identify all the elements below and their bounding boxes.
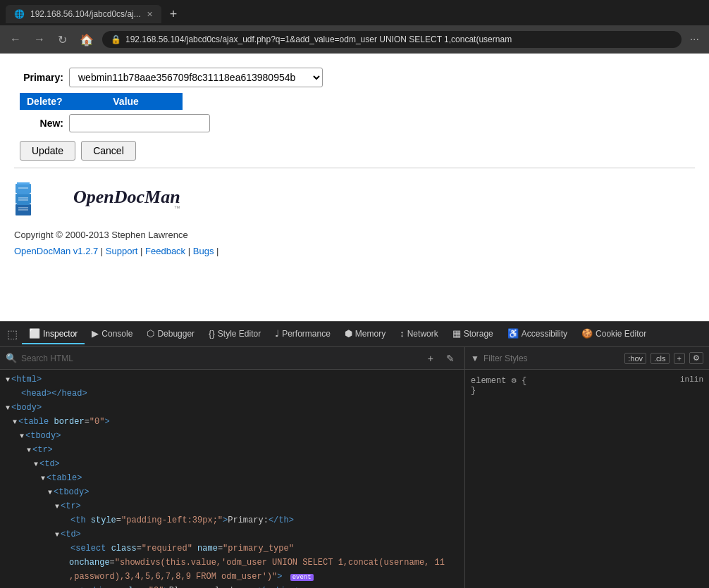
tab-network[interactable]: ↕ Network: [393, 324, 445, 344]
network-tab-label: Network: [407, 329, 438, 339]
copyright-text: Copyright © 2000-2013 Stephen Lawrence: [14, 230, 695, 240]
pick-node-button[interactable]: ✎: [442, 351, 459, 365]
form-buttons: Update Cancel: [20, 141, 695, 161]
styles-toolbar: ▼ :hov .cls + ⚙: [465, 347, 709, 370]
reload-button[interactable]: ↻: [54, 32, 71, 48]
performance-tab-label: Performance: [282, 329, 331, 339]
primary-select[interactable]: webmin11b78aae356709f8c31118ea613980954b: [69, 68, 323, 87]
devtools-pick-element-button[interactable]: ⬚: [3, 326, 22, 342]
url-display: 192.168.56.104/jabcd0cs/ajax_udf.php?q=1…: [125, 35, 673, 44]
more-options-button[interactable]: ···: [686, 32, 703, 47]
debugger-tab-icon: ⬡: [147, 328, 154, 339]
html-line: <tr>: [6, 499, 459, 513]
html-toolbar: 🔍 + ✎: [0, 347, 464, 370]
cancel-button[interactable]: Cancel: [81, 141, 136, 161]
html-panel: 🔍 + ✎ <html> <head></head> <body>: [0, 347, 465, 588]
link-feedback[interactable]: Feedback: [145, 246, 185, 256]
styles-panel: ▼ :hov .cls + ⚙ element ⚙ { inlin }: [465, 347, 709, 588]
devtools-tab-bar: ⬚ ⬜ Inspector ▶ Console ⬡ Debugger {} St…: [0, 322, 709, 347]
tab-bar: 🌐 192.168.56.104/jabcd0cs/aj... ✕ +: [0, 0, 709, 25]
new-row: New:: [14, 114, 695, 132]
tab-favicon: 🌐: [14, 9, 25, 19]
performance-tab-icon: ♩: [275, 328, 279, 339]
forward-button[interactable]: →: [30, 32, 49, 47]
triangle-html[interactable]: [6, 376, 10, 384]
svg-rect-5: [17, 182, 30, 184]
html-line: <tbody>: [6, 485, 459, 499]
tab-cookie-editor[interactable]: 🍪 Cookie Editor: [574, 324, 653, 344]
devtools-panel: ⬚ ⬜ Inspector ▶ Console ⬡ Debugger {} St…: [0, 321, 709, 588]
html-line: <td>: [6, 457, 459, 471]
memory-tab-label: Memory: [355, 329, 386, 339]
tab-console[interactable]: ▶ Console: [85, 324, 140, 344]
html-line: <head></head>: [6, 387, 459, 401]
settings-icon-button[interactable]: ⚙: [689, 352, 703, 364]
triangle-table[interactable]: [13, 418, 17, 426]
network-tab-icon: ↕: [400, 328, 405, 339]
home-button[interactable]: 🏠: [75, 32, 98, 48]
storage-tab-label: Storage: [464, 329, 493, 339]
inspector-tab-icon: ⬜: [29, 328, 40, 339]
element-rule: element ⚙ { inlin: [471, 375, 703, 386]
browser-window: 🌐 192.168.56.104/jabcd0cs/aj... ✕ + ← → …: [0, 0, 709, 588]
tab-style-editor[interactable]: {} Style Editor: [202, 324, 268, 344]
style-editor-tab-icon: {}: [209, 328, 215, 339]
new-label: New:: [14, 118, 63, 129]
html-line: <td>: [6, 527, 459, 542]
new-value-input[interactable]: [69, 114, 210, 132]
browser-tab[interactable]: 🌐 192.168.56.104/jabcd0cs/aj... ✕: [6, 5, 161, 23]
tab-performance[interactable]: ♩ Performance: [268, 324, 338, 344]
link-support[interactable]: Support: [106, 246, 138, 256]
html-line: ,password),3,4,5,6,7,8,9 FROM odm_user')…: [6, 570, 459, 584]
link-bugs[interactable]: Bugs: [193, 246, 214, 256]
html-line: <body>: [6, 401, 459, 415]
event-badge[interactable]: event: [290, 574, 314, 581]
search-icon: 🔍: [6, 353, 17, 363]
tab-debugger[interactable]: ⬡ Debugger: [140, 324, 202, 344]
filter-icon: ▼: [471, 354, 479, 363]
style-editor-tab-label: Style Editor: [218, 329, 261, 339]
inspector-area: 🔍 + ✎ <html> <head></head> <body>: [0, 347, 709, 588]
tab-close-button[interactable]: ✕: [147, 10, 153, 19]
triangle-body[interactable]: [6, 404, 10, 412]
page-content: Primary: webmin11b78aae356709f8c31118ea6…: [0, 54, 709, 321]
console-tab-icon: ▶: [92, 328, 99, 339]
tab-storage[interactable]: ▦ Storage: [445, 324, 500, 344]
nav-bar: ← → ↻ 🏠 🔒 192.168.56.104/jabcd0cs/ajax_u…: [0, 25, 709, 54]
divider: [14, 168, 695, 168]
console-tab-label: Console: [101, 329, 132, 339]
html-line: <tr>: [6, 443, 459, 457]
html-content: <html> <head></head> <body> <table borde…: [0, 370, 464, 588]
html-line: onchange="showdivs(this.value,'odm_user …: [6, 556, 459, 570]
address-bar[interactable]: 🔒 192.168.56.104/jabcd0cs/ajax_udf.php?q…: [102, 31, 682, 48]
element-rule-close: }: [471, 386, 703, 396]
html-line: <html>: [6, 373, 459, 387]
tab-accessibility[interactable]: ♿ Accessibility: [500, 324, 574, 344]
primary-label: Primary:: [14, 72, 63, 83]
tab-memory[interactable]: ⬢ Memory: [338, 324, 393, 344]
html-line: <option value="0">Please select one</opt…: [6, 584, 459, 588]
html-line: <select class="required" name="primary_t…: [6, 542, 459, 556]
tab-title: 192.168.56.104/jabcd0cs/aj...: [30, 9, 141, 19]
table-header: Delete? Value: [20, 93, 695, 110]
tab-inspector[interactable]: ⬜ Inspector: [22, 324, 85, 344]
sep-2: |: [140, 246, 145, 256]
delete-header: Delete?: [20, 93, 70, 110]
add-node-button[interactable]: +: [424, 351, 438, 365]
sep-3: |: [188, 246, 193, 256]
filter-styles-input[interactable]: [483, 354, 620, 363]
html-line: <th style="padding-left:39px;">Primary:<…: [6, 513, 459, 527]
accessibility-tab-label: Accessibility: [522, 329, 567, 339]
add-rule-button[interactable]: +: [674, 353, 685, 364]
new-tab-button[interactable]: +: [164, 6, 183, 23]
link-opendocman[interactable]: OpenDocMan v1.2.7: [14, 246, 98, 256]
update-button[interactable]: Update: [20, 141, 75, 161]
logo-container: OpenDocMan ™: [14, 180, 695, 218]
cls-button[interactable]: .cls: [651, 353, 670, 364]
footer-links: OpenDocMan v1.2.7 | Support | Feedback |…: [14, 246, 695, 256]
lock-icon: 🔒: [111, 35, 121, 44]
back-button[interactable]: ←: [6, 32, 25, 47]
hov-button[interactable]: :hov: [624, 353, 646, 364]
value-header: Value: [70, 93, 183, 110]
html-search-input[interactable]: [21, 354, 419, 363]
